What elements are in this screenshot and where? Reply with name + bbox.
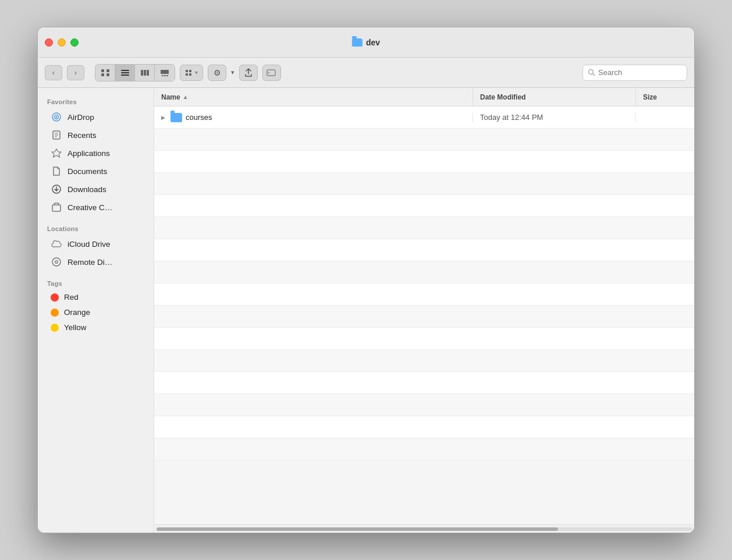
table-row[interactable] (154, 129, 694, 151)
sidebar-item-icloud[interactable]: iCloud Drive (41, 235, 150, 253)
sidebar-item-remote[interactable]: Remote Di… (41, 253, 150, 271)
close-button[interactable] (45, 38, 53, 47)
table-row[interactable] (154, 173, 694, 195)
sidebar-item-airdrop[interactable]: AirDrop (41, 108, 150, 126)
horizontal-scrollbar[interactable] (154, 524, 694, 533)
table-row[interactable] (154, 328, 694, 350)
sidebar-item-downloads[interactable]: Downloads (41, 180, 150, 198)
sidebar-item-label: Orange (64, 308, 90, 317)
locations-section-label: Locations (38, 222, 154, 235)
icloud-icon (51, 238, 62, 250)
svg-point-33 (56, 261, 57, 263)
recents-icon (51, 129, 62, 141)
group-chevron-icon: ▾ (195, 69, 198, 76)
svg-rect-30 (52, 205, 61, 211)
minimize-button[interactable] (58, 38, 66, 47)
view-mode-group (95, 64, 175, 81)
column-view-button[interactable] (135, 65, 155, 81)
search-box[interactable] (582, 65, 687, 81)
settings-button[interactable]: ⚙ (208, 65, 226, 81)
list-view-icon (120, 69, 130, 76)
table-row[interactable] (154, 306, 694, 328)
list-view-button[interactable] (115, 65, 135, 81)
orange-tag-dot (51, 309, 59, 317)
traffic-lights (45, 38, 79, 47)
svg-line-21 (593, 74, 595, 76)
sidebar-item-label: Recents (67, 131, 97, 140)
file-date: Today at 12:44 PM (480, 113, 543, 122)
svg-rect-17 (189, 73, 191, 76)
group-icon (185, 69, 193, 76)
sidebar-item-label: Documents (67, 167, 107, 176)
table-row[interactable] (154, 195, 694, 217)
title-folder-icon (352, 38, 363, 47)
file-date-cell: Today at 12:44 PM (473, 113, 636, 122)
search-icon (588, 69, 595, 76)
maximize-button[interactable] (70, 38, 79, 47)
disclosure-arrow-icon[interactable]: ▶ (159, 115, 167, 120)
sidebar-item-label: AirDrop (67, 113, 94, 122)
name-column-label: Name (161, 93, 180, 101)
svg-rect-4 (121, 70, 129, 71)
sidebar-item-orange[interactable]: Orange (41, 305, 150, 320)
sidebar-item-label: Red (64, 293, 79, 302)
table-row[interactable] (154, 283, 694, 306)
folder-icon (170, 113, 182, 122)
svg-rect-11 (162, 75, 164, 76)
svg-rect-9 (147, 70, 149, 76)
size-column-header[interactable]: Size (636, 88, 694, 106)
scrollbar-track (157, 527, 692, 531)
sort-arrow-icon: ▲ (183, 94, 189, 100)
sidebar-item-label: Creative C… (67, 203, 112, 212)
tag-button[interactable] (262, 65, 281, 81)
forward-button[interactable]: › (67, 65, 84, 80)
sidebar-item-label: iCloud Drive (67, 240, 111, 249)
sidebar-item-documents[interactable]: Documents (41, 162, 150, 180)
titlebar: dev (38, 27, 694, 58)
table-row[interactable] (154, 438, 694, 460)
gallery-view-icon (160, 69, 169, 76)
sidebar-item-label: Downloads (67, 185, 106, 194)
main-content: Name ▲ Date Modified Size ▶ courses (154, 88, 694, 533)
table-row[interactable] (154, 239, 694, 261)
svg-rect-5 (121, 72, 129, 73)
forward-arrow-icon: › (74, 68, 77, 77)
file-list: ▶ courses Today at 12:44 PM (154, 107, 694, 524)
sidebar: Favorites AirDrop Recents Applications (38, 88, 154, 533)
sidebar-item-applications[interactable]: Applications (41, 144, 150, 162)
svg-rect-8 (144, 70, 146, 76)
back-button[interactable]: ‹ (45, 65, 62, 80)
table-row[interactable]: ▶ courses Today at 12:44 PM (154, 107, 694, 129)
icon-view-button[interactable] (95, 65, 115, 81)
table-row[interactable] (154, 394, 694, 416)
sidebar-item-red[interactable]: Red (41, 290, 150, 304)
table-row[interactable] (154, 372, 694, 394)
sidebar-item-recents[interactable]: Recents (41, 126, 150, 144)
column-headers: Name ▲ Date Modified Size (154, 88, 694, 107)
svg-rect-0 (101, 69, 104, 72)
sidebar-item-creative[interactable]: Creative C… (41, 199, 150, 216)
favorites-section-label: Favorites (38, 95, 154, 108)
search-input[interactable] (598, 68, 674, 77)
group-button[interactable]: ▾ (180, 65, 203, 81)
gallery-view-button[interactable] (155, 65, 175, 81)
content-area: Favorites AirDrop Recents Applications (38, 88, 694, 533)
svg-rect-13 (166, 75, 168, 76)
table-row[interactable] (154, 261, 694, 283)
name-column-header[interactable]: Name ▲ (154, 88, 473, 106)
settings-chevron-icon: ▾ (231, 69, 234, 76)
airdrop-icon (51, 111, 62, 123)
share-button[interactable] (239, 65, 258, 81)
svg-rect-3 (106, 73, 109, 76)
scrollbar-thumb[interactable] (157, 527, 558, 531)
sidebar-item-yellow[interactable]: Yellow (41, 320, 150, 335)
red-tag-dot (51, 293, 59, 302)
file-name-cell: ▶ courses (154, 113, 473, 122)
svg-rect-10 (161, 70, 169, 74)
documents-icon (51, 165, 62, 177)
date-column-header[interactable]: Date Modified (473, 88, 636, 106)
table-row[interactable] (154, 217, 694, 239)
table-row[interactable] (154, 350, 694, 372)
table-row[interactable] (154, 416, 694, 438)
table-row[interactable] (154, 151, 694, 173)
